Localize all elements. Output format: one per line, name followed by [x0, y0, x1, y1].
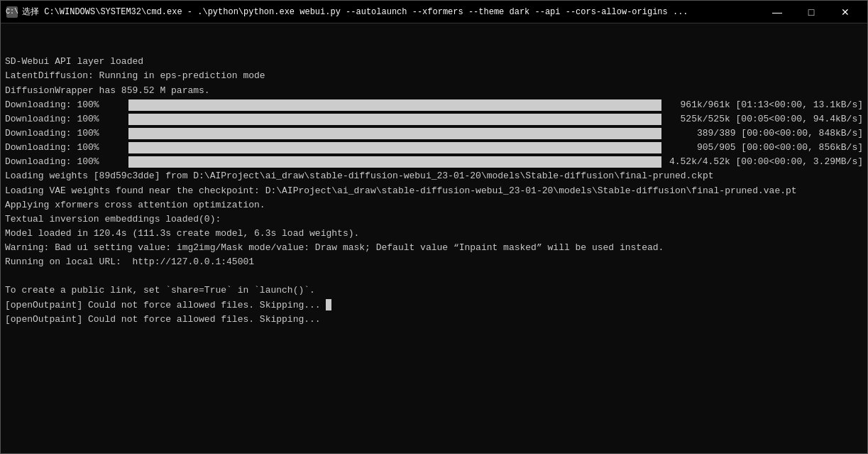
console-line: DiffusionWrapper has 859.52 M params. — [5, 84, 863, 98]
console-line — [5, 269, 863, 283]
progress-line: Downloading: 100%961k/961k [01:13<00:00,… — [5, 98, 863, 112]
progress-stats: 961k/961k [01:13<00:00, 13.1kB/s] — [664, 98, 863, 112]
progress-bar-wrapper — [128, 142, 661, 153]
console-line: To create a public link, set `share=True… — [5, 283, 863, 298]
console-line: [openOutpaint] Could not force allowed f… — [5, 313, 863, 327]
console-line: Running on local URL: http://127.0.0.1:4… — [5, 255, 863, 269]
progress-stats: 905/905 [00:00<00:00, 856kB/s] — [664, 141, 863, 155]
progress-stats: 389/389 [00:00<00:00, 848kB/s] — [664, 126, 863, 141]
progress-line: Downloading: 100%389/389 [00:00<00:00, 8… — [5, 126, 863, 141]
maximize-button[interactable]: □ — [795, 1, 828, 23]
cursor — [326, 299, 331, 310]
cmd-icon: C:\ — [6, 6, 18, 18]
cmd-window: C:\ 选择 C:\WINDOWS\SYSTEM32\cmd.exe - .\p… — [0, 0, 868, 454]
progress-bar-wrapper — [128, 128, 661, 139]
progress-label: Downloading: 100% — [5, 112, 126, 126]
console-line: [openOutpaint] Could not force allowed f… — [5, 298, 863, 313]
progress-bar-fill — [128, 142, 661, 153]
progress-line: Downloading: 100%4.52k/4.52k [00:00<00:0… — [5, 155, 863, 169]
progress-bar-fill — [128, 114, 661, 125]
progress-bar-fill — [128, 128, 661, 139]
progress-bar-fill — [128, 156, 661, 168]
close-button[interactable]: ✕ — [829, 1, 862, 23]
progress-bar-wrapper — [128, 114, 661, 125]
progress-line: Downloading: 100%525k/525k [00:05<00:00,… — [5, 112, 863, 126]
progress-label: Downloading: 100% — [5, 141, 126, 155]
console-line: Loading weights [89d59c3dde] from D:\AIP… — [5, 169, 863, 183]
progress-stats: 525k/525k [00:05<00:00, 94.4kB/s] — [664, 112, 863, 126]
console-line: Model loaded in 120.4s (111.3s create mo… — [5, 227, 863, 241]
progress-label: Downloading: 100% — [5, 98, 126, 112]
console-line: Textual inversion embeddings loaded(0): — [5, 212, 863, 227]
progress-label: Downloading: 100% — [5, 155, 126, 169]
titlebar: C:\ 选择 C:\WINDOWS\SYSTEM32\cmd.exe - .\p… — [1, 1, 867, 23]
console-line: Loading VAE weights found near the check… — [5, 184, 863, 198]
console-line: LatentDiffusion: Running in eps-predicti… — [5, 69, 863, 83]
titlebar-title: 选择 C:\WINDOWS\SYSTEM32\cmd.exe - .\pytho… — [22, 6, 755, 18]
console-line: Warning: Bad ui setting value: img2img/M… — [5, 241, 863, 255]
progress-bar-wrapper — [128, 156, 661, 168]
progress-label: Downloading: 100% — [5, 126, 126, 141]
progress-bar-fill — [128, 99, 661, 111]
progress-stats: 4.52k/4.52k [00:00<00:00, 3.29MB/s] — [664, 155, 863, 169]
progress-bar-wrapper — [128, 99, 661, 111]
titlebar-buttons: — □ ✕ — [761, 1, 862, 23]
minimize-button[interactable]: — — [761, 1, 793, 23]
console-line: Applying xformers cross attention optimi… — [5, 198, 863, 212]
console-line: SD-Webui API layer loaded — [5, 55, 863, 69]
console-output: SD-Webui API layer loadedLatentDiffusion… — [1, 23, 867, 453]
progress-line: Downloading: 100%905/905 [00:00<00:00, 8… — [5, 141, 863, 155]
